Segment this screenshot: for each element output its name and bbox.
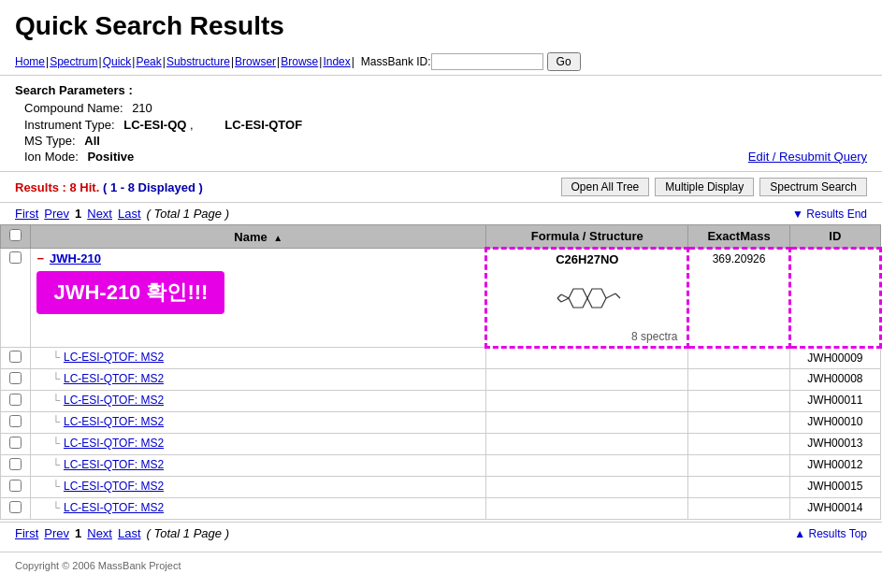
compound-mass-cell: 369.20926 <box>688 249 789 348</box>
pagination-top-nav: First Prev 1 Next Last ( Total 1 Page ) <box>15 207 229 221</box>
instrument-type-val1: LC-ESI-QQ <box>123 118 186 132</box>
child-id-cell: JWH00015 <box>789 477 880 498</box>
spectrum-link[interactable]: LC-ESI-QTOF: MS2 <box>64 480 164 493</box>
nav-peak[interactable]: Peak <box>136 55 161 68</box>
collapse-icon[interactable]: − <box>36 251 44 265</box>
header-name: Name ▲ <box>31 225 486 249</box>
tree-line-icon: └ <box>51 415 60 428</box>
instrument-type-val2: LC-ESI-QTOF <box>224 118 302 132</box>
nav-browser[interactable]: Browser <box>235 55 276 68</box>
child-id-cell: JWH00013 <box>789 434 880 455</box>
spectrum-link[interactable]: LC-ESI-QTOF: MS2 <box>64 415 164 428</box>
child-checkbox-cell <box>1 477 31 498</box>
nav-browse[interactable]: Browse <box>281 55 318 68</box>
child-mass-cell <box>688 391 789 412</box>
child-formula-cell <box>486 455 688 477</box>
ms-type-value: All <box>84 134 100 148</box>
compound-name-row: Compound Name: 210 <box>24 101 867 115</box>
first-page-link[interactable]: First <box>15 207 38 221</box>
tree-line-icon: └ <box>51 458 60 471</box>
nav-spectrum[interactable]: Spectrum <box>50 55 97 68</box>
header-exact-mass: ExactMass <box>688 225 789 249</box>
child-checkbox[interactable] <box>9 372 22 384</box>
child-row: └ LC-ESI-QTOF: MS2 JWH00013 <box>1 434 881 455</box>
compound-checkbox[interactable] <box>9 251 22 264</box>
pagination-bottom: First Prev 1 Next Last ( Total 1 Page ) … <box>0 522 882 544</box>
child-formula-cell <box>486 498 688 520</box>
molecule-structure <box>493 266 681 330</box>
results-end-link[interactable]: ▼ Results End <box>792 208 867 221</box>
massbank-id-label: MassBank ID: <box>361 55 431 68</box>
select-all-checkbox[interactable] <box>9 229 22 241</box>
total-pages-bottom: ( Total 1 Page ) <box>147 526 229 540</box>
search-params-title: Search Parameters : <box>15 83 867 97</box>
child-checkbox[interactable] <box>9 501 22 513</box>
child-formula-cell <box>486 348 688 369</box>
next-page-link-bottom[interactable]: Next <box>87 526 112 540</box>
child-checkbox[interactable] <box>9 480 22 492</box>
open-all-tree-button[interactable]: Open All Tree <box>561 178 650 196</box>
child-formula-cell <box>486 391 688 412</box>
child-row: └ LC-ESI-QTOF: MS2 JWH00015 <box>1 477 881 498</box>
ion-mode-label: Ion Mode: <box>24 150 79 164</box>
child-mass-cell <box>688 348 789 369</box>
compound-checkbox-cell <box>1 249 31 348</box>
next-page-link[interactable]: Next <box>87 207 112 221</box>
current-page: 1 <box>75 207 81 221</box>
last-page-link-bottom[interactable]: Last <box>118 526 141 540</box>
results-top-link[interactable]: ▲ Results Top <box>794 527 867 540</box>
child-checkbox[interactable] <box>9 437 22 449</box>
tree-line-icon: └ <box>51 351 60 364</box>
child-formula-cell <box>486 412 688 434</box>
spectrum-search-button[interactable]: Spectrum Search <box>759 178 867 196</box>
multiple-display-button[interactable]: Multiple Display <box>655 178 754 196</box>
child-checkbox[interactable] <box>9 394 22 406</box>
header-formula: Formula / Structure <box>486 225 688 249</box>
child-id-cell: JWH00011 <box>789 391 880 412</box>
sort-arrow-icon: ▲ <box>273 233 282 243</box>
child-mass-cell <box>688 498 789 520</box>
ion-mode-value: Positive <box>87 150 134 164</box>
child-mass-cell <box>688 369 789 391</box>
prev-page-link-bottom[interactable]: Prev <box>44 526 69 540</box>
child-checkbox[interactable] <box>9 415 22 427</box>
go-button[interactable]: Go <box>547 52 581 71</box>
child-checkbox[interactable] <box>9 458 22 470</box>
spectra-count: 8 spectra <box>493 330 681 343</box>
compound-name-link[interactable]: JWH-210 <box>50 251 101 265</box>
nav-index[interactable]: Index <box>323 55 350 68</box>
nav-home[interactable]: Home <box>15 55 45 68</box>
ms-type-label: MS Type: <box>24 134 76 148</box>
compound-name-value: 210 <box>132 101 152 115</box>
compound-id-cell <box>789 249 880 348</box>
child-checkbox[interactable] <box>9 351 22 363</box>
spectrum-link[interactable]: LC-ESI-QTOF: MS2 <box>64 351 164 364</box>
first-page-link-bottom[interactable]: First <box>15 526 38 540</box>
spectrum-link[interactable]: LC-ESI-QTOF: MS2 <box>64 372 164 385</box>
tree-line-icon: └ <box>51 394 60 407</box>
last-page-link[interactable]: Last <box>118 207 141 221</box>
child-row: └ LC-ESI-QTOF: MS2 JWH00012 <box>1 455 881 477</box>
svg-marker-0 <box>569 289 587 308</box>
child-row: └ LC-ESI-QTOF: MS2 JWH00014 <box>1 498 881 520</box>
prev-page-link[interactable]: Prev <box>44 207 69 221</box>
tree-line-icon: └ <box>51 372 60 385</box>
child-indent: └ LC-ESI-QTOF: MS2 <box>36 458 480 471</box>
spectrum-link[interactable]: LC-ESI-QTOF: MS2 <box>64 458 164 471</box>
results-count: Results : 8 Hit. ( 1 - 8 Displayed ) <box>15 180 203 194</box>
page-title: Quick Search Results <box>0 0 882 49</box>
nav-substructure[interactable]: Substructure <box>166 55 230 68</box>
child-checkbox-cell <box>1 369 31 391</box>
child-name-cell: └ LC-ESI-QTOF: MS2 <box>31 369 486 391</box>
child-checkbox-cell <box>1 348 31 369</box>
massbank-id-input[interactable] <box>431 53 543 70</box>
svg-line-5 <box>557 294 561 298</box>
edit-resubmit-link[interactable]: Edit / Resubmit Query <box>748 150 867 164</box>
action-buttons: Open All Tree Multiple Display Spectrum … <box>561 178 867 196</box>
child-row: └ LC-ESI-QTOF: MS2 JWH00008 <box>1 369 881 391</box>
spectrum-link[interactable]: LC-ESI-QTOF: MS2 <box>64 394 164 407</box>
spectrum-link[interactable]: LC-ESI-QTOF: MS2 <box>64 437 164 450</box>
spectrum-link[interactable]: LC-ESI-QTOF: MS2 <box>64 501 164 514</box>
nav-quick[interactable]: Quick <box>103 55 132 68</box>
pagination-top: First Prev 1 Next Last ( Total 1 Page ) … <box>0 203 882 224</box>
